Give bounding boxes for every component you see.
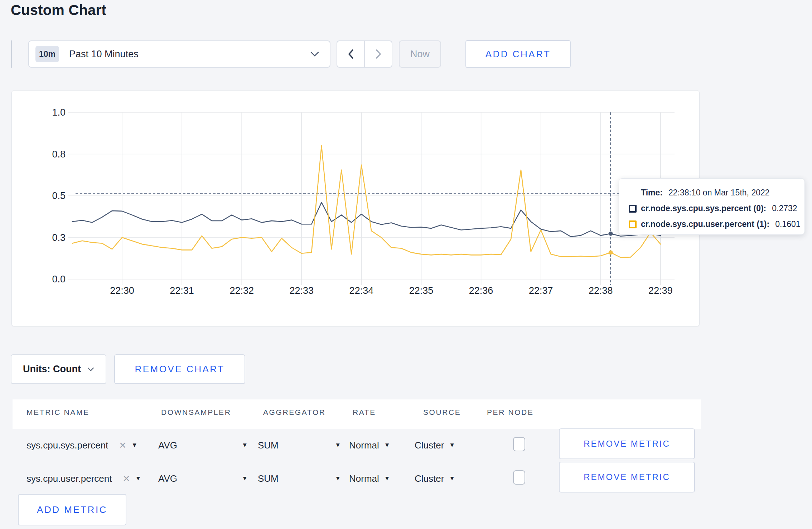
time-window-stepper bbox=[337, 40, 392, 68]
tooltip-series-row: cr.node.sys.cpu.user.percent (1): 0.1601 bbox=[629, 219, 796, 229]
aggregator-value: SUM bbox=[258, 473, 279, 484]
caret-down-icon: ▼ bbox=[242, 442, 248, 449]
x-tick-label: 22:37 bbox=[529, 285, 553, 296]
time-window-badge: 10m bbox=[35, 46, 59, 62]
per-node-checkbox[interactable] bbox=[513, 437, 525, 451]
time-window-selector[interactable]: 10m Past 10 Minutes bbox=[28, 40, 330, 68]
clear-metric-icon[interactable]: ✕ bbox=[119, 440, 126, 450]
tooltip-series-label: cr.node.sys.cpu.user.percent (1): bbox=[641, 219, 769, 229]
metric-name-dropdown[interactable]: sys.cpu.user.percent ✕ ▼ bbox=[26, 473, 141, 484]
tooltip-time-label: Time: bbox=[641, 188, 663, 198]
add-chart-button[interactable]: ADD CHART bbox=[465, 40, 571, 68]
caret-down-icon: ▼ bbox=[335, 442, 341, 449]
series-line-0 bbox=[72, 203, 661, 237]
x-tick-label: 22:39 bbox=[648, 285, 673, 296]
rate-value: Normal bbox=[349, 440, 379, 451]
hover-dot-1 bbox=[609, 250, 613, 254]
tooltip-series-row: cr.node.sys.cpu.sys.percent (0): 0.2732 bbox=[629, 204, 796, 213]
metric-name: sys.cpu.sys.percent bbox=[26, 440, 108, 451]
rate-value: Normal bbox=[349, 473, 379, 484]
caret-down-icon: ▼ bbox=[384, 442, 390, 449]
next-time-button[interactable] bbox=[365, 41, 392, 67]
x-tick-label: 22:32 bbox=[229, 285, 254, 296]
chevron-down-icon bbox=[310, 52, 319, 57]
chevron-right-icon bbox=[374, 49, 382, 59]
tooltip-series-value: 0.1601 bbox=[775, 219, 800, 229]
col-header-metric-name: METRIC NAME bbox=[26, 408, 90, 417]
remove-chart-button[interactable]: REMOVE CHART bbox=[114, 354, 245, 384]
remove-metric-button[interactable]: REMOVE METRIC bbox=[559, 462, 695, 492]
caret-down-icon: ▼ bbox=[131, 442, 137, 449]
caret-down-icon: ▼ bbox=[384, 475, 390, 482]
metric-row: sys.cpu.user.percent ✕ ▼ AVG ▼ SUM ▼ Nor… bbox=[13, 462, 701, 495]
x-tick-label: 22:33 bbox=[290, 285, 314, 296]
x-tick-label: 22:30 bbox=[110, 285, 134, 296]
x-tick-label: 22:35 bbox=[409, 285, 434, 296]
now-button[interactable]: Now bbox=[399, 40, 441, 68]
col-header-aggregator: AGGREGATOR bbox=[263, 408, 326, 417]
caret-down-icon: ▼ bbox=[335, 475, 341, 482]
user-series-swatch-icon bbox=[629, 220, 637, 228]
col-header-rate: RATE bbox=[353, 408, 376, 417]
metric-name: sys.cpu.user.percent bbox=[26, 473, 112, 484]
source-value: Cluster bbox=[415, 440, 444, 451]
y-tick-label: 1.0 bbox=[52, 107, 66, 118]
x-tick-label: 22:38 bbox=[589, 285, 613, 296]
chevron-left-icon bbox=[347, 49, 355, 59]
col-header-downsampler: DOWNSAMPLER bbox=[161, 408, 231, 417]
y-tick-label: 0.5 bbox=[52, 190, 66, 201]
rate-dropdown[interactable]: Normal ▼ bbox=[349, 440, 390, 451]
y-tick-label: 0.3 bbox=[52, 232, 66, 243]
tooltip-series-value: 0.2732 bbox=[772, 204, 797, 213]
series-line-1 bbox=[72, 146, 661, 257]
aggregator-dropdown[interactable]: SUM ▼ bbox=[258, 440, 341, 451]
toolbar-divider bbox=[11, 40, 12, 68]
chart-card: 0.00.30.50.81.022:3022:3122:3222:3322:34… bbox=[11, 90, 700, 326]
tooltip-series-label: cr.node.sys.cpu.sys.percent (0): bbox=[641, 204, 766, 213]
col-header-per-node: PER NODE bbox=[487, 408, 534, 417]
downsampler-dropdown[interactable]: AVG ▼ bbox=[158, 473, 248, 484]
tooltip-time-row: Time: 22:38:10 on Mar 15th, 2022 bbox=[629, 188, 796, 198]
hover-dot-0 bbox=[609, 232, 613, 236]
aggregator-dropdown[interactable]: SUM ▼ bbox=[258, 473, 341, 484]
metric-name-dropdown[interactable]: sys.cpu.sys.percent ✕ ▼ bbox=[26, 440, 137, 451]
prev-time-button[interactable] bbox=[337, 41, 365, 67]
aggregator-value: SUM bbox=[258, 440, 279, 451]
clear-metric-icon[interactable]: ✕ bbox=[122, 473, 130, 484]
metric-row: sys.cpu.sys.percent ✕ ▼ AVG ▼ SUM ▼ Norm… bbox=[13, 428, 701, 462]
downsampler-value: AVG bbox=[158, 473, 177, 484]
per-node-checkbox[interactable] bbox=[513, 470, 525, 485]
source-value: Cluster bbox=[415, 473, 444, 484]
col-header-source: SOURCE bbox=[423, 408, 461, 417]
sys-series-swatch-icon bbox=[629, 205, 637, 213]
time-window-label: Past 10 Minutes bbox=[69, 49, 139, 60]
y-tick-label: 0.8 bbox=[52, 149, 66, 160]
x-tick-label: 22:34 bbox=[349, 285, 374, 296]
x-tick-label: 22:31 bbox=[170, 285, 194, 296]
units-label: Units: Count bbox=[23, 364, 81, 375]
caret-down-icon: ▼ bbox=[242, 475, 248, 482]
y-tick-label: 0.0 bbox=[52, 274, 66, 285]
caret-down-icon: ▼ bbox=[449, 475, 455, 482]
remove-metric-button[interactable]: REMOVE METRIC bbox=[559, 428, 695, 459]
add-metric-button[interactable]: ADD METRIC bbox=[18, 494, 126, 525]
downsampler-dropdown[interactable]: AVG ▼ bbox=[158, 440, 248, 451]
source-dropdown[interactable]: Cluster ▼ bbox=[415, 473, 455, 484]
units-dropdown[interactable]: Units: Count bbox=[11, 354, 106, 384]
custom-chart-page: Custom Chart 10m Past 10 Minutes Now ADD… bbox=[0, 0, 812, 529]
caret-down-icon: ▼ bbox=[135, 475, 141, 482]
chart-tooltip: Time: 22:38:10 on Mar 15th, 2022 cr.node… bbox=[619, 178, 805, 235]
caret-down-icon: ▼ bbox=[449, 442, 455, 449]
metrics-table-header: METRIC NAME DOWNSAMPLER AGGREGATOR RATE … bbox=[13, 399, 701, 429]
x-tick-label: 22:36 bbox=[469, 285, 493, 296]
line-chart[interactable]: 0.00.30.50.81.022:3022:3122:3222:3322:34… bbox=[12, 91, 699, 326]
tooltip-time-value: 22:38:10 on Mar 15th, 2022 bbox=[668, 188, 770, 198]
downsampler-value: AVG bbox=[158, 440, 177, 451]
rate-dropdown[interactable]: Normal ▼ bbox=[349, 473, 390, 484]
source-dropdown[interactable]: Cluster ▼ bbox=[415, 440, 455, 451]
page-title: Custom Chart bbox=[11, 2, 106, 18]
chevron-down-icon bbox=[87, 367, 94, 372]
